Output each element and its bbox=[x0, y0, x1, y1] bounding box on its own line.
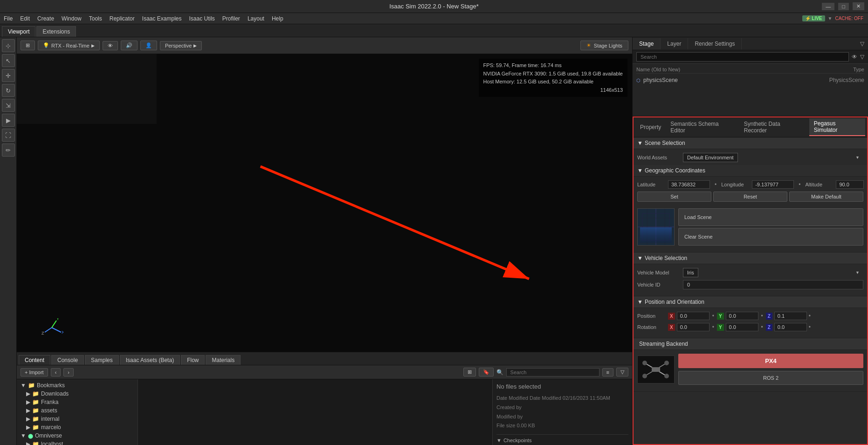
checkpoints-header[interactable]: ▼ Checkpoints bbox=[496, 438, 628, 443]
file-filter-btn[interactable]: ▽ bbox=[616, 368, 628, 377]
layer-tab[interactable]: Layer bbox=[661, 38, 688, 49]
window-controls: — □ ✕ bbox=[822, 2, 864, 10]
synthetic-tab[interactable]: Synthetic Data Recorder bbox=[739, 119, 809, 136]
viewport-eye-btn[interactable]: 👁 bbox=[103, 41, 118, 50]
svg-point-44 bbox=[664, 361, 669, 365]
rot-z-input[interactable] bbox=[774, 323, 807, 331]
latitude-input[interactable]: 38.736832 bbox=[668, 180, 710, 189]
menu-window[interactable]: Window bbox=[62, 15, 82, 22]
toolbar-scale-btn[interactable]: ⇲ bbox=[2, 99, 15, 112]
make-default-button[interactable]: Make Default bbox=[789, 192, 863, 202]
geo-coords-header[interactable]: ▼ Geographic Coordinates bbox=[634, 165, 867, 177]
import-button[interactable]: + Import bbox=[21, 368, 48, 377]
reset-button[interactable]: Reset bbox=[713, 192, 787, 202]
omniverse-item[interactable]: ▼ ⬤ Omniverse bbox=[19, 431, 136, 440]
px4-button[interactable]: PX4 bbox=[678, 354, 863, 368]
toolbar-move-btn[interactable]: ✛ bbox=[2, 69, 15, 82]
stage-search-input[interactable] bbox=[636, 52, 849, 62]
menu-isaac-utils[interactable]: Isaac Utils bbox=[189, 15, 215, 22]
nav-forward-btn[interactable]: › bbox=[63, 368, 74, 377]
pos-z-input[interactable] bbox=[774, 312, 807, 320]
set-button[interactable]: Set bbox=[637, 192, 711, 202]
tab-console[interactable]: Console bbox=[51, 355, 84, 365]
viewport-avatar-btn[interactable]: 👤 bbox=[140, 41, 157, 50]
pos-x-input[interactable] bbox=[677, 312, 710, 320]
menu-file[interactable]: File bbox=[4, 15, 13, 22]
internal-item[interactable]: ▶ 📁 internal bbox=[19, 415, 136, 423]
toolbar-rotate-btn[interactable]: ↻ bbox=[2, 84, 15, 97]
close-button[interactable]: ✕ bbox=[853, 2, 864, 10]
stage-eye-icon[interactable]: 👁 bbox=[852, 54, 857, 60]
tab-samples[interactable]: Samples bbox=[85, 355, 119, 365]
maximize-button[interactable]: □ bbox=[838, 3, 849, 10]
toolbar-camera-btn[interactable]: ⛶ bbox=[2, 129, 15, 142]
file-search-input[interactable] bbox=[506, 368, 599, 377]
minimize-button[interactable]: — bbox=[822, 3, 834, 10]
vehicle-id-input[interactable] bbox=[683, 280, 863, 289]
vehicle-model-select[interactable]: Iris bbox=[683, 268, 698, 277]
ros2-button[interactable]: ROS 2 bbox=[678, 371, 863, 385]
viewport-audio-btn[interactable]: 🔊 bbox=[121, 41, 138, 50]
menu-profiler[interactable]: Profiler bbox=[222, 15, 240, 22]
stage-tab[interactable]: Stage bbox=[633, 38, 661, 49]
stage-filter-icon[interactable]: ▽ bbox=[856, 41, 868, 47]
viewport-grid-btn[interactable]: ⊞ bbox=[21, 41, 35, 50]
menu-isaac-examples[interactable]: Isaac Examples bbox=[142, 15, 182, 22]
altitude-input[interactable]: 90.0 bbox=[836, 180, 864, 189]
stage-list-item[interactable]: ⬡ physicsScene PhysicsScene bbox=[636, 75, 864, 85]
vehicle-selection-header[interactable]: ▼ Vehicle Selection bbox=[634, 253, 867, 264]
tab-flow[interactable]: Flow bbox=[181, 355, 205, 365]
property-tab[interactable]: Property bbox=[635, 122, 666, 132]
bookmarks-item[interactable]: ▼ 📁 Bookmarks bbox=[19, 381, 136, 390]
menu-help[interactable]: Help bbox=[272, 15, 283, 22]
stage-filter2-icon[interactable]: ▽ bbox=[860, 54, 864, 60]
live-badge[interactable]: ⚡ LIVE bbox=[802, 15, 825, 21]
tab-isaac-assets[interactable]: Isaac Assets (Beta) bbox=[120, 355, 180, 365]
filter-btn[interactable]: ⊞ bbox=[463, 368, 476, 377]
bookmark-folder-icon: 📁 bbox=[28, 382, 35, 389]
streaming-backend-header[interactable]: Streaming Backend bbox=[634, 338, 867, 350]
nav-back-btn[interactable]: ‹ bbox=[51, 368, 61, 377]
rot-y-input[interactable] bbox=[726, 323, 758, 331]
stage-lights-btn[interactable]: ☀ Stage Lights bbox=[580, 41, 628, 50]
semantics-tab[interactable]: Semantics Schema Editor bbox=[666, 119, 739, 136]
perspective-btn[interactable]: Perspective ▶ bbox=[160, 41, 202, 50]
vehicle-model-row: Vehicle Model Iris bbox=[637, 268, 863, 277]
tab-extensions[interactable]: Extensions bbox=[36, 26, 76, 37]
menu-create[interactable]: Create bbox=[37, 15, 54, 22]
tab-viewport[interactable]: Viewport bbox=[2, 26, 35, 37]
tab-materials[interactable]: Materials bbox=[206, 355, 241, 365]
franka-item[interactable]: ▶ 📁 Franka bbox=[19, 398, 136, 406]
position-orientation-header[interactable]: ▼ Position and Orientation bbox=[634, 296, 867, 308]
bookmark-btn[interactable]: 🔖 bbox=[479, 368, 494, 377]
load-scene-button[interactable]: Load Scene bbox=[678, 208, 863, 226]
bookmark-expand-icon: ▼ bbox=[21, 382, 26, 389]
menu-edit[interactable]: Edit bbox=[20, 15, 30, 22]
marcelo-item[interactable]: ▶ 📁 marcelo bbox=[19, 423, 136, 431]
localhost-item[interactable]: ▶ 📁 localhost bbox=[19, 440, 136, 445]
toolbar-play-btn[interactable]: ▶ bbox=[2, 114, 15, 127]
menu-replicator[interactable]: Replicator bbox=[110, 15, 135, 22]
world-assets-select[interactable]: Default Environment bbox=[683, 153, 738, 162]
rtx-realtime-btn[interactable]: 💡 RTX - Real-Time ▶ bbox=[38, 41, 100, 50]
menu-layout[interactable]: Layout bbox=[248, 15, 264, 22]
viewport-canvas: FPS: 59.74, Frame time: 16.74 ms NVIDIA … bbox=[17, 54, 632, 352]
pegasus-tab[interactable]: Pegasus Simulator bbox=[809, 118, 865, 136]
rot-x-input[interactable] bbox=[677, 323, 710, 331]
menu-tools[interactable]: Tools bbox=[89, 15, 102, 22]
scene-selection-header[interactable]: ▼ Scene Selection bbox=[634, 137, 867, 149]
physics-scene-icon: ⬡ bbox=[636, 78, 641, 83]
pos-y-input[interactable] bbox=[726, 312, 758, 320]
geo-coords-body: Latitude 38.736832 • Longitude -9.137977… bbox=[637, 177, 863, 208]
clear-scene-button[interactable]: Clear Scene bbox=[678, 228, 863, 246]
toolbar-select-btn[interactable]: ⊹ bbox=[2, 39, 15, 52]
toolbar-arrow-btn[interactable]: ↖ bbox=[2, 54, 15, 67]
downloads-item[interactable]: ▶ 📁 Downloads bbox=[19, 390, 136, 398]
tab-content[interactable]: Content bbox=[19, 355, 50, 365]
view-options-btn[interactable]: ≡ bbox=[602, 368, 613, 377]
toolbar-brush-btn[interactable]: ✏ bbox=[2, 144, 15, 157]
longitude-input[interactable]: -9.137977 bbox=[752, 180, 794, 189]
assets-item[interactable]: ▶ 📁 assets bbox=[19, 406, 136, 415]
axis-indicator: X Y Z bbox=[40, 318, 63, 338]
render-settings-tab[interactable]: Render Settings bbox=[688, 38, 742, 49]
